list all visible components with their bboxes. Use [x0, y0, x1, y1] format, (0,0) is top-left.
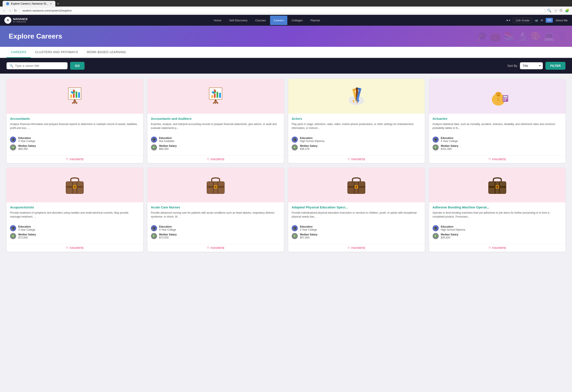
- search-left: 🔍 GO: [7, 62, 84, 70]
- svg-rect-73: [496, 186, 498, 188]
- salary-label: Median Salary: [441, 144, 459, 147]
- favorite-button-nurses[interactable]: ♡ FAVORITE: [147, 244, 284, 252]
- card-title-acupuncturists[interactable]: Acupuncturists: [10, 205, 140, 209]
- nav-courses[interactable]: Courses: [252, 16, 269, 25]
- education-label: Education: [18, 225, 35, 228]
- heart-icon: ♡: [207, 246, 209, 250]
- career-card-nurses: Acute Care Nurses Provide advanced nursi…: [147, 168, 284, 252]
- sort-select[interactable]: Title Salary Education: [520, 62, 543, 69]
- favorite-button-ape[interactable]: ♡ FAVORITE: [288, 244, 425, 252]
- education-info-ape: 🎓 Education 4 Year College: [292, 225, 421, 231]
- heart-icon: ♡: [488, 246, 491, 250]
- new-tab-button[interactable]: +: [55, 1, 61, 7]
- svg-rect-4: [76, 92, 77, 98]
- user-avatar[interactable]: DN: [546, 18, 553, 23]
- browser-toolbar: 🔍 ☆ G 🧩: [547, 9, 569, 13]
- bookmark-icon[interactable]: ☆: [554, 9, 557, 13]
- salary-icon: 💵: [151, 233, 157, 239]
- favorite-button-actors[interactable]: ♡ FAVORITE: [288, 155, 425, 163]
- card-title-actuaries[interactable]: Actuaries: [433, 117, 562, 120]
- education-icon: 🎓: [433, 225, 439, 231]
- app-header: N NAVIANCE BY HOBSONS Home Self-Discover…: [0, 15, 572, 26]
- salary-info-actuaries: 💵 Median Salary $101,560: [433, 144, 562, 151]
- tab-clusters[interactable]: CLUSTERS AND PATHWAYS: [31, 47, 82, 58]
- salary-icon: 💵: [433, 144, 439, 151]
- grade-selector[interactable]: 11th Grade: [513, 18, 532, 23]
- search-icon[interactable]: 🔍: [547, 9, 552, 13]
- svg-rect-61: [217, 182, 218, 194]
- card-desc-ape: Provide individualized physical educatio…: [292, 211, 421, 222]
- education-info-nurses: 🎓 Education 4 Year College: [151, 225, 281, 231]
- heart-icon: ♡: [207, 158, 209, 161]
- education-label: Education: [18, 137, 35, 140]
- filter-button[interactable]: FILTER: [545, 62, 565, 70]
- svg-rect-41: [503, 96, 508, 97]
- search-icon: 🔍: [10, 64, 13, 67]
- nav-self-discovery[interactable]: Self-Discovery: [226, 16, 251, 25]
- salary-value: $36,379: [300, 147, 318, 151]
- heart-icon: ♡: [66, 246, 68, 250]
- education-value: 4 Year College: [159, 228, 176, 231]
- card-desc-acupuncturists: Provide treatment of symptoms and disord…: [10, 211, 140, 222]
- salary-info-acupuncturists: 💵 Median Salary $73,500: [10, 233, 140, 239]
- favorite-button-accountants[interactable]: ♡ FAVORITE: [7, 155, 143, 163]
- profile-icon[interactable]: G: [560, 9, 562, 13]
- briefcase-illustration-4: [484, 172, 510, 198]
- svg-rect-47: [507, 100, 508, 101]
- nav-careers[interactable]: Careers: [270, 16, 287, 25]
- card-title-actors[interactable]: Actors: [292, 117, 421, 120]
- tab-close-button[interactable]: ✕: [50, 2, 52, 5]
- pencils-illustration: [343, 83, 369, 109]
- address-bar[interactable]: student.naviance.com/careers2/explore: [19, 8, 545, 13]
- about-me-link[interactable]: About Me: [556, 19, 568, 22]
- favorite-button-auditors[interactable]: ♡ FAVORITE: [147, 155, 284, 163]
- tab-work-based[interactable]: WORK-BASED LEARNING: [82, 47, 130, 58]
- salary-label: Median Salary: [18, 233, 36, 236]
- back-button[interactable]: ←: [3, 9, 6, 13]
- forward-button[interactable]: →: [8, 9, 12, 13]
- svg-point-39: [497, 94, 500, 96]
- card-title-auditors[interactable]: Accountants and Auditors: [151, 117, 281, 120]
- education-icon: 🎓: [292, 225, 298, 231]
- card-title-accountants[interactable]: Accountants: [10, 117, 140, 120]
- search-input[interactable]: [15, 64, 64, 67]
- tab-careers[interactable]: CAREERS: [7, 47, 31, 58]
- salary-value: $69,350: [18, 147, 36, 151]
- card-desc-accountants: Analyze financial information and prepar…: [10, 122, 140, 134]
- favorite-button-adhesive[interactable]: ♡ FAVORITE: [429, 244, 566, 252]
- card-body-accountants: Accountants Analyze financial informatio…: [7, 114, 143, 155]
- go-button[interactable]: GO: [70, 62, 84, 70]
- salary-info-nurses: 💵 Median Salary $73,550: [151, 233, 281, 239]
- video-icon[interactable]: 📹: [535, 19, 538, 22]
- card-title-nurses[interactable]: Acute Care Nurses: [151, 205, 281, 209]
- favorite-button-acupuncturists[interactable]: ♡ FAVORITE: [7, 244, 143, 252]
- education-label: Education: [300, 137, 324, 140]
- briefcase-illustration-3: [343, 172, 369, 198]
- favorite-button-actuaries[interactable]: ♡ FAVORITE: [429, 155, 566, 163]
- education-value: 4 Year College: [441, 140, 458, 143]
- svg-rect-18: [219, 93, 221, 98]
- education-value: 4 Year College: [18, 140, 35, 143]
- salary-info-accountants: 💵 Median Salary $69,350: [10, 144, 140, 151]
- card-title-ape[interactable]: Adapted Physical Education Speci...: [292, 205, 421, 209]
- svg-rect-7: [69, 89, 74, 90]
- education-icon: 🎓: [151, 137, 157, 143]
- nav-colleges[interactable]: Colleges: [288, 16, 306, 25]
- card-title-adhesive[interactable]: Adhesive Bonding Machine Operat...: [433, 205, 562, 209]
- briefcase-illustration-2: [203, 172, 229, 198]
- card-body-auditors: Accountants and Auditors Examine, analyz…: [147, 114, 284, 155]
- salary-label: Median Salary: [18, 144, 36, 147]
- nav-home[interactable]: Home: [210, 16, 225, 25]
- education-label: Education: [441, 137, 458, 140]
- education-info-actors: 🎓 Education High School Diploma: [292, 137, 421, 143]
- nav-planner[interactable]: Planner: [307, 16, 324, 25]
- refresh-button[interactable]: ↻: [14, 9, 17, 13]
- active-tab[interactable]: Explore Careers | Naviance St... ✕: [3, 1, 55, 7]
- favorites-icon[interactable]: ♥ ▾: [507, 19, 510, 22]
- salary-icon: 💵: [292, 144, 298, 151]
- salary-value: $69,350: [159, 147, 177, 151]
- svg-rect-68: [358, 182, 359, 194]
- mail-icon[interactable]: ✉: [541, 19, 543, 22]
- salary-text: Median Salary $69,350: [18, 144, 36, 151]
- extension-icon[interactable]: 🧩: [565, 9, 569, 13]
